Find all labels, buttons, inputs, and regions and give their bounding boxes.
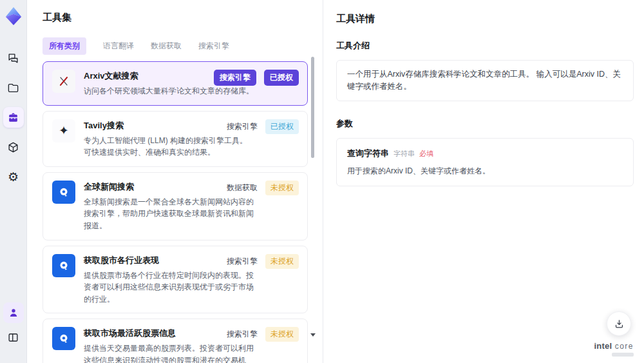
download-icon	[614, 319, 625, 329]
param-desc: 用于搜索的Arxiv ID、关键字或作者姓名。	[347, 166, 623, 177]
sidebar-item-chat[interactable]	[3, 48, 24, 68]
tab-search-engine[interactable]: 搜索引擎	[198, 41, 229, 52]
arxiv-icon	[52, 70, 75, 93]
tool-desc: 访问各个研究领域大量科学论文和文章的存储库。	[84, 85, 254, 97]
tool-category-tag: 数据获取	[227, 182, 258, 193]
sidebar-item-settings[interactable]: ⚙	[3, 166, 24, 187]
tool-category-tag: 搜索引擎	[227, 329, 258, 340]
sparkle-icon: ✦	[59, 123, 69, 138]
tab-all-categories[interactable]: 所有类别	[43, 37, 86, 55]
tool-list: Arxiv文献搜索 访问各个研究领域大量科学论文和文章的存储库。 搜索引擎 已授…	[43, 61, 308, 363]
tool-card[interactable]: 全球新闻搜索 全球新闻搜索是一个聚合全球各大新闻网站内容的搜索引擎，帮助用户快速…	[43, 172, 308, 240]
sidebar-item-collapse[interactable]	[3, 327, 24, 348]
intel-core-logo: intel core	[594, 340, 634, 357]
param-name: 查询字符串	[347, 148, 389, 159]
category-tabs: 所有类别 语言翻译 数据获取 搜索引擎	[43, 37, 323, 55]
sidebar-item-tools[interactable]	[3, 107, 24, 128]
cube-icon	[7, 141, 19, 153]
sidebar-item-models[interactable]	[3, 137, 24, 157]
app-logo-icon	[4, 6, 23, 26]
news-search-icon	[52, 254, 75, 277]
status-badge: 已授权	[265, 119, 299, 134]
tool-list-panel: 工具集 所有类别 语言翻译 数据获取 搜索引擎 Arxiv文献搜索 访问各个研究…	[27, 0, 323, 363]
scrollbar-thumb[interactable]	[311, 57, 314, 158]
tavily-icon: ✦	[52, 119, 75, 142]
tab-language-translation[interactable]: 语言翻译	[103, 41, 134, 52]
tool-desc: 全球新闻搜索是一个聚合全球各大新闻网站内容的搜索引擎，帮助用户快速获取全球最新资…	[84, 196, 254, 232]
chat-icon	[7, 52, 19, 64]
parameter-card: 查询字符串 字符串 必填 用于搜索的Arxiv ID、关键字或作者姓名。	[336, 138, 634, 186]
news-search-icon	[52, 181, 75, 204]
tab-data-fetch[interactable]: 数据获取	[151, 41, 182, 52]
tool-intro-text: 一个用于从Arxiv存储库搜索科学论文和文章的工具。 输入可以是Arxiv ID…	[336, 60, 634, 101]
list-scrollbar[interactable]	[311, 0, 314, 363]
params-section-title: 参数	[336, 118, 634, 130]
folder-icon	[7, 82, 19, 94]
intel-logo-subtext	[612, 353, 634, 357]
tool-card[interactable]: ✦ Tavily搜索 专为人工智能代理 (LLM) 构建的搜索引擎工具。可快速提…	[43, 111, 308, 167]
news-search-icon	[52, 327, 75, 350]
intro-section-title: 工具介绍	[336, 40, 634, 52]
download-button[interactable]	[607, 311, 631, 336]
status-badge: 未授权	[265, 254, 299, 269]
tool-detail-panel: 工具详情 工具介绍 一个用于从Arxiv存储库搜索科学论文和文章的工具。 输入可…	[323, 0, 644, 363]
tool-card[interactable]: Arxiv文献搜索 访问各个研究领域大量科学论文和文章的存储库。 搜索引擎 已授…	[43, 61, 308, 106]
left-rail: ⚙	[0, 0, 27, 363]
tool-desc: 专为人工智能代理 (LLM) 构建的搜索引擎工具。可快速提供实时、准确和真实的结…	[84, 135, 254, 159]
gear-icon: ⚙	[8, 171, 19, 183]
detail-title: 工具详情	[336, 13, 634, 25]
panel-layout-icon	[7, 331, 19, 344]
tool-card[interactable]: 获取市场最活跃股票信息 提供当天交易量最高的股票列表。投资者可以利用这些信息来识…	[43, 319, 308, 363]
status-badge: 未授权	[265, 327, 299, 342]
tool-category-tag: 搜索引擎	[227, 121, 258, 132]
tool-category-tag: 搜索引擎	[214, 70, 256, 86]
scrollbar-down-arrow[interactable]	[310, 333, 316, 337]
user-icon	[8, 307, 19, 319]
status-badge: 未授权	[265, 181, 299, 195]
toolbox-icon	[7, 112, 19, 124]
param-type: 字符串	[393, 149, 415, 159]
sidebar-item-account[interactable]	[3, 302, 24, 323]
tool-card[interactable]: 获取股市各行业表现 提供股票市场各个行业在特定时间段内的表现。投资者可以利用这些…	[43, 246, 308, 314]
param-required-badge: 必填	[419, 149, 433, 159]
tool-category-tag: 搜索引擎	[227, 256, 258, 267]
status-badge: 已授权	[264, 70, 299, 86]
sidebar-item-files[interactable]	[3, 77, 24, 98]
page-title: 工具集	[43, 12, 323, 24]
tool-desc: 提供当天交易量最高的股票列表。投资者可以利用这些信息来识别流动性强的股票和潜在的…	[84, 342, 254, 363]
tool-desc: 提供股票市场各个行业在特定时间段内的表现。投资者可以利用这些信息来识别表现优于或…	[84, 270, 254, 306]
